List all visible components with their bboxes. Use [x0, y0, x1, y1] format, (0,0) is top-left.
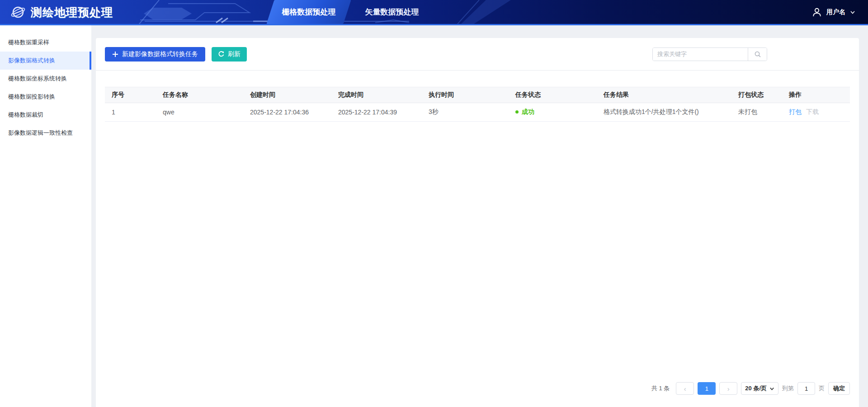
main-content: 新建影像数据格式转换任务 刷新 [91, 25, 868, 407]
search-button[interactable] [748, 48, 767, 61]
col-index: 序号 [105, 87, 156, 103]
task-table: 序号 任务名称 创建时间 完成时间 执行时间 任务状态 任务结果 打包状态 操作… [105, 87, 850, 122]
chevron-down-icon [850, 9, 855, 15]
status-dot-icon [515, 110, 519, 114]
col-result: 任务结果 [597, 87, 731, 103]
new-task-button[interactable]: 新建影像数据格式转换任务 [105, 47, 205, 62]
cell-task-name: qwe [156, 103, 243, 122]
prev-page-button[interactable]: ‹ [676, 382, 694, 395]
pagination-total: 共 1 条 [651, 384, 670, 393]
goto-suffix: 页 [819, 384, 825, 393]
tab-label: 栅格数据预处理 [270, 0, 347, 24]
goto-confirm-button[interactable]: 确定 [828, 382, 850, 395]
col-pack-state: 打包状态 [731, 87, 782, 103]
page-size-label: 20 条/页 [745, 384, 767, 393]
goto-prefix: 到第 [782, 384, 794, 393]
cell-index: 1 [105, 103, 156, 122]
cell-duration: 3秒 [422, 103, 509, 122]
pack-link[interactable]: 打包 [789, 108, 802, 115]
next-page-button[interactable]: › [719, 382, 737, 395]
app-title: 测绘地理预处理 [31, 5, 113, 20]
sidebar-item-raster-resample[interactable]: 栅格数据重采样 [0, 33, 91, 52]
cell-result: 格式转换成功1个/共处理1个文件() [597, 103, 731, 122]
cell-pack-state: 未打包 [731, 103, 782, 122]
cell-status: 成功 [509, 103, 597, 122]
col-status: 任务状态 [509, 87, 597, 103]
col-finished-time: 完成时间 [331, 87, 422, 103]
page-size-select[interactable]: 20 条/页 [741, 382, 778, 395]
new-task-label: 新建影像数据格式转换任务 [122, 50, 198, 58]
tab-vector-preprocess[interactable]: 矢量数据预处理 [354, 0, 430, 24]
sidebar-item-raster-projection-convert[interactable]: 栅格数据投影转换 [0, 88, 91, 106]
refresh-icon [218, 51, 225, 57]
content-card: 新建影像数据格式转换任务 刷新 [96, 38, 859, 407]
table-header-row: 序号 任务名称 创建时间 完成时间 执行时间 任务状态 任务结果 打包状态 操作 [105, 87, 850, 103]
refresh-button[interactable]: 刷新 [212, 47, 247, 62]
user-icon [812, 7, 822, 17]
plus-icon [112, 51, 118, 57]
toolbar: 新建影像数据格式转换任务 刷新 [96, 38, 859, 71]
user-menu[interactable]: 用户名 [812, 0, 855, 24]
tab-raster-preprocess[interactable]: 栅格数据预处理 [266, 0, 351, 24]
pagination: 共 1 条 ‹ 1 › 20 条/页 到第 页 确定 [651, 382, 850, 395]
sidebar-item-image-logic-check[interactable]: 影像数据逻辑一致性检查 [0, 124, 91, 142]
sidebar-item-image-format-convert[interactable]: 影像数据格式转换 [0, 52, 91, 70]
cell-actions: 打包下载 [782, 103, 850, 122]
download-link: 下载 [806, 108, 819, 115]
select-caret-icon [769, 386, 774, 391]
col-task-name: 任务名称 [156, 87, 243, 103]
col-duration: 执行时间 [422, 87, 509, 103]
col-actions: 操作 [782, 87, 850, 103]
table-row: 1 qwe 2025-12-22 17:04:36 2025-12-22 17:… [105, 103, 850, 122]
search-input[interactable] [653, 48, 748, 61]
page-number-active[interactable]: 1 [698, 382, 716, 395]
app-logo: 测绘地理预处理 [10, 4, 113, 20]
cell-created-time: 2025-12-22 17:04:36 [243, 103, 331, 122]
refresh-label: 刷新 [228, 50, 241, 58]
sidebar-nav: 栅格数据重采样 影像数据格式转换 栅格数据坐标系统转换 栅格数据投影转换 栅格数… [0, 25, 91, 407]
sidebar-item-raster-coordsys-convert[interactable]: 栅格数据坐标系统转换 [0, 70, 91, 88]
header-circuit-decoration [0, 0, 868, 24]
app-header: 测绘地理预处理 栅格数据预处理 矢量数据预处理 用户名 [0, 0, 868, 25]
search-box [652, 47, 767, 61]
sidebar-item-raster-clip[interactable]: 栅格数据裁切 [0, 106, 91, 124]
status-text: 成功 [522, 108, 534, 115]
goto-page-input[interactable] [797, 382, 815, 395]
cell-finished-time: 2025-12-22 17:04:39 [331, 103, 422, 122]
col-created-time: 创建时间 [243, 87, 331, 103]
user-name: 用户名 [826, 8, 845, 16]
task-table-wrap: 序号 任务名称 创建时间 完成时间 执行时间 任务状态 任务结果 打包状态 操作… [105, 87, 850, 122]
globe-orbit-logo-icon [10, 4, 26, 20]
search-icon [754, 51, 761, 58]
